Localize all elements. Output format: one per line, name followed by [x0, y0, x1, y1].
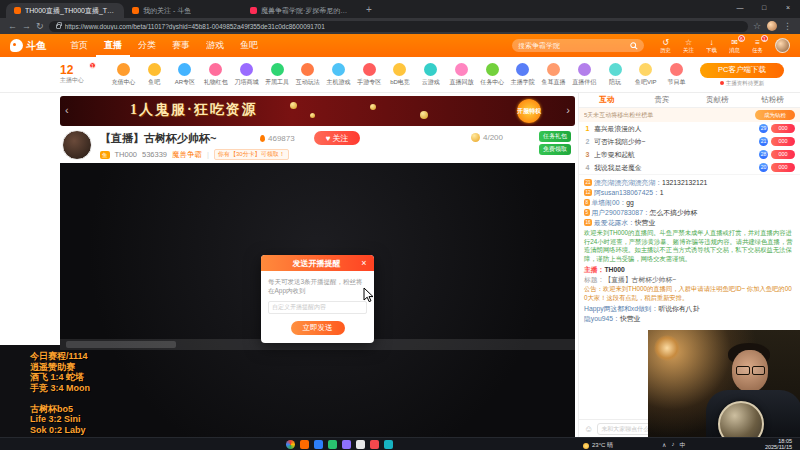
- browser-tab-2[interactable]: 我的关注 - 斗鱼: [124, 3, 242, 18]
- app-icon[interactable]: [342, 440, 351, 449]
- anchor-center-block[interactable]: 12 主播中心 1: [60, 64, 104, 85]
- category-item[interactable]: 互动玩法: [294, 63, 321, 87]
- tab-contribution[interactable]: 贡献榜: [690, 95, 745, 105]
- tray-expand-icon[interactable]: ∧: [662, 441, 666, 450]
- browser-profile-avatar[interactable]: [767, 21, 777, 31]
- category-item[interactable]: 直播回放: [448, 63, 475, 87]
- nav-category[interactable]: 分类: [130, 34, 164, 57]
- douyu-app-icon[interactable]: [300, 440, 309, 449]
- category-item[interactable]: 鱼耳直播: [540, 63, 567, 87]
- category-item[interactable]: 鱼吧: [141, 63, 168, 87]
- category-item[interactable]: 直播伴侣: [571, 63, 598, 87]
- category-item[interactable]: 主播学院: [509, 63, 536, 87]
- category-item[interactable]: 充值中心: [110, 63, 137, 87]
- pc-client-download-button[interactable]: PC客户端下载: [700, 63, 784, 78]
- category-item[interactable]: AR专区: [171, 63, 198, 87]
- browser-tab-1[interactable]: TH000直播_TH000直播_TH000直播: [6, 3, 124, 18]
- coupon-tag[interactable]: 你有【30分卡】可领取！: [214, 149, 289, 160]
- category-item[interactable]: 礼物红包: [202, 63, 229, 87]
- banner-prev-icon[interactable]: ‹: [65, 104, 69, 116]
- category-item[interactable]: 手游专区: [356, 63, 383, 87]
- app-icon[interactable]: [384, 440, 393, 449]
- follow-button[interactable]: ♥ 关注: [314, 131, 360, 145]
- history-button[interactable]: ↺ 历史: [654, 38, 677, 53]
- promo-banner[interactable]: 1人鬼服·狂吃资源 开服特权 ‹ ›: [60, 96, 575, 126]
- tab-vip[interactable]: 贵宾: [634, 95, 689, 105]
- category-item[interactable]: bD电竞: [386, 63, 413, 87]
- category-item[interactable]: 任务中心: [479, 63, 506, 87]
- tab-diamond-fans[interactable]: 钻粉榜: [745, 95, 800, 105]
- category-item[interactable]: 鱼吧VIP: [632, 63, 659, 87]
- chat-message: 21漂亮湖漂亮湖漂亮湖132132132121: [584, 178, 795, 187]
- taskbar-weather[interactable]: 23°C 晴: [583, 441, 613, 450]
- send-now-button[interactable]: 立即发送: [291, 321, 345, 335]
- task-button[interactable]: ≡ 任务 1: [746, 38, 769, 53]
- message-button[interactable]: ✉ 消息 6: [723, 38, 746, 53]
- maximize-button[interactable]: □: [752, 0, 776, 14]
- close-button[interactable]: ×: [776, 0, 800, 14]
- anchor-name: TH000: [115, 150, 138, 159]
- tab-interact[interactable]: 互动: [579, 95, 634, 105]
- minimize-button[interactable]: —: [728, 0, 752, 14]
- become-diamond-fan-button[interactable]: 成为钻粉: [755, 110, 795, 120]
- new-tab-button[interactable]: +: [366, 4, 372, 15]
- app-icon[interactable]: [356, 440, 365, 449]
- back-icon[interactable]: ←: [8, 22, 17, 31]
- search-input[interactable]: [518, 42, 626, 49]
- taskbar-clock[interactable]: 18:05 2025/11/15: [765, 439, 792, 450]
- ranking-row[interactable]: 3 上帝粟和起航 28 000: [579, 148, 800, 161]
- category-item[interactable]: 云游戏: [417, 63, 444, 87]
- refresh-icon[interactable]: ↻: [36, 22, 44, 31]
- douyu-logo[interactable]: 斗鱼: [10, 39, 46, 53]
- follow-button-header[interactable]: ☆ 关注: [677, 38, 700, 53]
- browser-app-icon[interactable]: [286, 440, 295, 449]
- task-gift-button[interactable]: 任务礼包: [539, 131, 571, 142]
- browser-menu-icon[interactable]: ⋮: [783, 22, 792, 31]
- bookmark-star-icon[interactable]: ☆: [753, 22, 761, 31]
- user-avatar[interactable]: [775, 38, 790, 53]
- system-notice: 欢迎来到TH000的直播间。斗鱼严禁未成年人直播或打赏，并对直播内容进行24小时…: [584, 229, 795, 263]
- ime-indicator[interactable]: 中: [679, 441, 685, 450]
- nav-esports[interactable]: 赛事: [164, 34, 198, 57]
- category-item[interactable]: 开黑工具: [264, 63, 291, 87]
- banner-badge[interactable]: 开服特权: [517, 99, 541, 123]
- category-icon: [670, 63, 683, 76]
- category-item[interactable]: 刀塔商城: [233, 63, 260, 87]
- category-item[interactable]: 主机游戏: [325, 63, 352, 87]
- category-subnav: 12 主播中心 1 充值中心 鱼吧 AR专区 礼物红包 刀塔商城 开黑工具 互动…: [0, 57, 800, 93]
- browser-tab-3[interactable]: 魔兽争霸学院·罗探蒂尼的抖音直…: [242, 3, 360, 18]
- download-button[interactable]: ↓ 下载: [700, 38, 723, 53]
- streamer-avatar[interactable]: [62, 130, 92, 160]
- video-player[interactable]: 发送开播提醒 × 每天可发送3条开播提醒，粉丝将在App内收到 立即发送: [60, 163, 575, 437]
- ranking-row[interactable]: 1 嘉兴最浪漫的人 29 000: [579, 122, 800, 135]
- category-icon: [424, 63, 437, 76]
- taskbar-app-icons: [286, 440, 393, 449]
- screen: TH000直播_TH000直播_TH000直播 我的关注 - 斗鱼 魔兽争霸学院…: [0, 0, 800, 450]
- category-item[interactable]: 节目单: [663, 63, 690, 87]
- emoji-icon[interactable]: ☺: [584, 424, 593, 434]
- url-field[interactable]: https://www.douyu.com/beta/11017?dyshid=…: [49, 21, 748, 32]
- notice-dot: [720, 81, 724, 85]
- modal-close-icon[interactable]: ×: [359, 258, 369, 268]
- message-icon: ✉: [731, 38, 738, 47]
- app-icon[interactable]: [370, 440, 379, 449]
- nav-games[interactable]: 游戏: [198, 34, 232, 57]
- task-claim-button[interactable]: 免费领取: [539, 144, 571, 155]
- browser-address-bar: ← → ↻ https://www.douyu.com/beta/11017?d…: [0, 18, 800, 34]
- nav-yuba[interactable]: 鱼吧: [232, 34, 266, 57]
- nav-live[interactable]: 直播: [96, 34, 130, 57]
- ranking-row[interactable]: 4 我说我是老魔金 20 000: [579, 161, 800, 174]
- app-icon[interactable]: [314, 440, 323, 449]
- category-item[interactable]: 陪玩: [602, 63, 629, 87]
- forward-icon[interactable]: →: [22, 22, 31, 31]
- nav-home[interactable]: 首页: [62, 34, 96, 57]
- tray-sound-icon[interactable]: ♪: [671, 441, 674, 450]
- category-link[interactable]: 魔兽争霸: [172, 150, 202, 160]
- reminder-content-input[interactable]: [268, 301, 367, 314]
- heat-counter: 469873: [260, 134, 295, 143]
- search-icon[interactable]: [630, 42, 638, 50]
- app-icon[interactable]: [328, 440, 337, 449]
- gift-value-pill: 000: [771, 150, 795, 159]
- banner-next-icon[interactable]: ›: [566, 104, 570, 116]
- ranking-row[interactable]: 2 可否许我陪少帅~ 21 000: [579, 135, 800, 148]
